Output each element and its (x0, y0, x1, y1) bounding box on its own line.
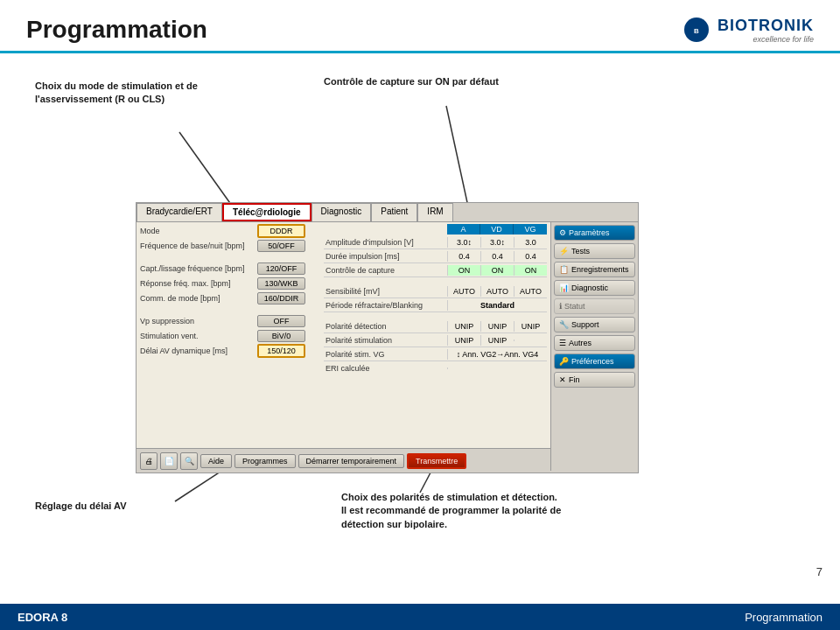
parametres-icon: ⚙ (559, 228, 566, 237)
data-cell-poldet-A[interactable]: UNIP (447, 321, 480, 332)
toolbar-btn-transmettre[interactable]: Transmettre (407, 453, 466, 469)
param-value-delai-av[interactable]: 150/120 (257, 344, 305, 358)
sidebar-btn-parametres[interactable]: ⚙ Paramètres (554, 225, 635, 241)
data-row-duree: Durée impulsion [ms] 0.4 0.4 0.4 (324, 249, 547, 263)
param-label-reponse: Réponse fréq. max. [bpm] (140, 279, 254, 288)
page-title: Programmation (26, 16, 207, 44)
sidebar-btn-fin[interactable]: ✕ Fin (554, 372, 635, 388)
data-cell-ctrl-VD[interactable]: ON (480, 265, 514, 276)
data-label-pol-stim: Polarité stimulation (324, 336, 447, 345)
sidebar-btn-support[interactable]: 🔧 Support (554, 317, 635, 332)
data-label-pol-det: Polarité détection (324, 322, 447, 331)
data-row-pol-stim: Polarité stimulation UNIP UNIP (324, 333, 547, 347)
data-cell-dur-VG[interactable]: 0.4 (514, 251, 547, 262)
tests-label: Tests (571, 247, 590, 256)
toolbar-btn-aide[interactable]: Aide (200, 454, 232, 468)
data-cell-amp-A[interactable]: 3.0↕ (447, 237, 480, 248)
device-right-sidebar: ⚙ Paramètres ⚡ Tests 📋 Enregistrements 📊… (550, 222, 638, 471)
data-cell-sens-VD[interactable]: AUTO (480, 286, 514, 297)
params-list: Mode DDDR Fréquence de base/nuit [bpm] 5… (140, 224, 324, 469)
sidebar-btn-autres[interactable]: ☰ Autres (554, 335, 635, 351)
data-label-periode: Période réfractaire/Blanking (324, 301, 447, 310)
param-value-vp[interactable]: OFF (257, 315, 305, 327)
toolbar-icon-1[interactable]: 🖨 (140, 452, 158, 470)
tab-bradycardie[interactable]: Bradycardie/ERT (136, 203, 222, 221)
tests-icon: ⚡ (559, 247, 569, 256)
toolbar-btn-programmes[interactable]: Programmes (234, 454, 296, 468)
sidebar-btn-statut[interactable]: ℹ Statut (554, 298, 635, 314)
data-cell-polstim-VD[interactable]: UNIP (480, 335, 514, 346)
param-row-comm: Comm. de mode [bpm] 160/DDIR (140, 291, 324, 305)
data-row-pol-stim-vg: Polarité stim. VG ↕ Ann. VG2→Ann. VG4 (324, 347, 547, 361)
page-footer: EDORA 8 Programmation (0, 604, 840, 630)
sidebar-btn-tests[interactable]: ⚡ Tests (554, 243, 635, 259)
sidebar-btn-enregistrements[interactable]: 📋 Enregistrements (554, 262, 635, 277)
annotation-delai-av: Réglage du délai AV (35, 500, 127, 513)
param-row-vp: Vp suppression OFF (140, 314, 324, 328)
data-cell-polstim-A[interactable]: UNIP (447, 335, 480, 346)
data-label-amplitude: Amplitude d'impulsion [V] (324, 238, 447, 247)
data-cell-eri-all (447, 368, 547, 369)
data-cell-polstimvg-all[interactable]: ↕ Ann. VG2→Ann. VG4 (447, 349, 547, 360)
data-cell-poldet-VD[interactable]: UNIP (480, 321, 514, 332)
data-header: A VD VG (324, 224, 547, 234)
logo-name: BIOTRONIK (718, 17, 814, 35)
annotation-capture: Contrôle de capture sur ON par défaut (324, 75, 499, 88)
tab-patient[interactable]: Patient (371, 203, 417, 221)
preferences-label: Préférences (571, 357, 614, 366)
svg-text:B: B (694, 27, 699, 35)
main-content: Choix du mode de stimulation et de l'ass… (0, 53, 840, 613)
data-cell-ctrl-A[interactable]: ON (447, 265, 480, 276)
data-cell-dur-A[interactable]: 0.4 (447, 251, 480, 262)
data-cell-amp-VD[interactable]: 3.0↕ (480, 237, 514, 248)
tab-diagnostic[interactable]: Diagnostic (312, 203, 372, 221)
autres-icon: ☰ (559, 339, 566, 347)
param-label-mode: Mode (140, 227, 254, 235)
page-header: Programmation B BIOTRONIK excellence for… (0, 0, 840, 44)
param-label-capt: Capt./lissage fréquence [bpm] (140, 264, 254, 273)
param-value-capt[interactable]: 120/OFF (257, 262, 305, 275)
param-value-freq-base[interactable]: 50/OFF (257, 240, 305, 252)
tab-telecardiologie[interactable]: Téléc@rdiologie (222, 203, 312, 221)
data-cell-periode-all[interactable]: Standard (447, 300, 547, 311)
param-value-mode[interactable]: DDDR (257, 224, 305, 238)
data-cell-sens-VG[interactable]: AUTO (514, 286, 547, 297)
param-row-delai-av: Délai AV dynamique [ms] 150/120 (140, 344, 324, 358)
toolbar-icon-3[interactable]: 🔍 (180, 452, 198, 470)
statut-label: Statut (564, 302, 585, 311)
param-label-freq-base: Fréquence de base/nuit [bpm] (140, 242, 254, 250)
data-cell-sens-A[interactable]: AUTO (447, 286, 480, 297)
data-cell-polstim-VG[interactable] (514, 340, 547, 341)
param-value-stim-vent[interactable]: BiV/0 (257, 330, 305, 342)
data-label-sensibilite: Sensibilité [mV] (324, 287, 447, 296)
data-cell-poldet-VG[interactable]: UNIP (514, 321, 547, 332)
spacer-1 (140, 254, 324, 261)
param-row-stim-vent: Stimulation vent. BiV/0 (140, 329, 324, 343)
data-row-controle: Contrôle de capture ON ON ON (324, 263, 547, 277)
param-label-delai-av: Délai AV dynamique [ms] (140, 346, 254, 355)
data-cell-dur-VD[interactable]: 0.4 (480, 251, 514, 262)
annotation-mode: Choix du mode de stimulation et de l'ass… (35, 80, 198, 107)
toolbar-btn-demarrer[interactable]: Démarrer temporairement (298, 454, 405, 468)
sidebar-btn-diagnostic[interactable]: 📊 Diagnostic (554, 280, 635, 296)
data-label-controle: Contrôle de capture (324, 266, 447, 275)
data-cell-amp-VG[interactable]: 3.0 (514, 237, 547, 248)
data-cell-ctrl-VG[interactable]: ON (514, 265, 547, 276)
toolbar-icon-2[interactable]: 📄 (160, 452, 178, 470)
param-value-reponse[interactable]: 130/WKB (257, 277, 305, 290)
param-value-comm[interactable]: 160/DDIR (257, 292, 305, 304)
enregistrements-icon: 📋 (559, 265, 569, 274)
col-header-VG: VG (514, 224, 547, 234)
parametres-label: Paramètres (569, 228, 610, 237)
device-toolbar: 🖨 📄 🔍 Aide Programmes Démarrer temporair… (136, 448, 550, 471)
device-main-area: Mode DDDR Fréquence de base/nuit [bpm] 5… (136, 222, 638, 471)
param-label-comm: Comm. de mode [bpm] (140, 294, 254, 303)
param-row-reponse: Réponse fréq. max. [bpm] 130/WKB (140, 276, 324, 290)
data-row-periode: Période réfractaire/Blanking Standard (324, 298, 547, 312)
statut-icon: ℹ (559, 302, 562, 311)
fin-label: Fin (569, 375, 580, 384)
tab-irm[interactable]: IRM (417, 203, 452, 221)
sidebar-btn-preferences[interactable]: 🔑 Préférences (554, 354, 635, 369)
data-columns: A VD VG Amplitude d'impulsion [V] 3.0↕ 3… (324, 224, 547, 469)
biotronik-logo-icon: B (682, 16, 710, 44)
